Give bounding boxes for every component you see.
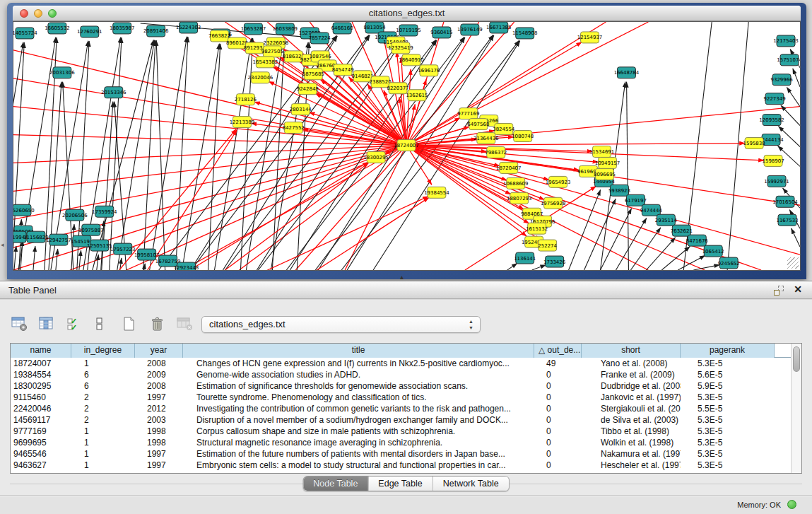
graph-node[interactable]: 252274 [538, 240, 557, 251]
graph-node[interactable]: 15751074 [777, 54, 800, 66]
graph-node[interactable]: 1595838 [743, 138, 765, 149]
graph-node[interactable]: 20153346 [101, 87, 126, 98]
column-header-in_degree[interactable]: in_degree [71, 344, 135, 358]
graph-node[interactable]: 10653287 [241, 23, 266, 35]
graph-node[interactable]: 17957223 [110, 243, 136, 255]
graph-edge[interactable] [183, 146, 406, 270]
graph-node[interactable]: 17016504 [772, 196, 798, 207]
graph-node[interactable]: 1696176 [418, 65, 440, 76]
graph-node[interactable]: 14055724 [13, 28, 37, 39]
graph-node[interactable]: 12154937 [577, 32, 603, 43]
graph-node[interactable]: 12325419 [388, 42, 413, 54]
graph-node[interactable]: 12942757 [46, 234, 71, 245]
graph-node[interactable]: 18807293 [507, 192, 532, 204]
graph-node[interactable]: 9242848 [297, 83, 319, 95]
graph-node[interactable]: 18035987 [110, 23, 135, 34]
table-scrollbar-thumb[interactable] [793, 346, 800, 372]
row-selection-button[interactable]: ✓ ✓ [66, 315, 85, 332]
graph-node[interactable]: 20891406 [143, 25, 169, 37]
table-row[interactable]: 1830029562008Estimation of significance … [11, 380, 801, 392]
table-row[interactable]: 911546021997Tourette syndrome. Phenomeno… [11, 392, 801, 403]
graph-edge[interactable] [97, 255, 99, 270]
create-table-button[interactable] [122, 315, 140, 332]
graph-node[interactable]: 1080748 [512, 131, 534, 142]
graph-node[interactable]: 6497568 [467, 119, 489, 130]
graph-edge[interactable] [630, 228, 660, 270]
table-row[interactable]: 977716911998Corpus callosum shape and si… [11, 426, 801, 437]
table-row[interactable]: 2242004622012Investigating the contribut… [11, 403, 801, 414]
panel-collapse-arrow[interactable]: ◂ [1, 241, 4, 248]
graph-edge[interactable] [182, 44, 220, 270]
graph-node[interactable]: 21364436 [473, 133, 499, 144]
close-panel-icon[interactable]: ✕ [794, 284, 802, 295]
graph-node[interactable]: 11534691 [589, 146, 615, 158]
graph-node[interactable]: 19654923 [546, 176, 571, 187]
graph-edge[interactable] [56, 249, 58, 270]
graph-node[interactable]: 1598907 [763, 155, 784, 166]
graph-node[interactable]: 12505135 [87, 240, 112, 251]
graph-node[interactable]: 20031306 [49, 67, 75, 78]
table-row[interactable]: 1456911722003Disruption of a novel membe… [11, 414, 801, 426]
graph-edge[interactable] [793, 69, 800, 87]
graph-node[interactable]: 18300295 [363, 151, 389, 163]
graph-edge[interactable] [79, 250, 81, 270]
graph-node[interactable]: 2935114 [655, 214, 678, 226]
graph-node[interactable]: 5938923 [608, 185, 630, 196]
table-row[interactable]: 969969511998Structural magnetic resonanc… [11, 437, 801, 448]
graph-node[interactable]: 8096695 [594, 168, 616, 180]
graph-node[interactable]: 1615132 [526, 223, 548, 234]
graph-node[interactable]: 10949157 [595, 157, 620, 168]
graph-node[interactable]: 7632621 [671, 225, 693, 236]
graph-node[interactable]: 9827505 [261, 46, 283, 57]
graph-node[interactable]: 7986372 [485, 146, 507, 158]
column-header-short[interactable]: short [582, 344, 681, 358]
delete-column-button[interactable] [177, 315, 195, 332]
graph-node[interactable]: 1733426 [543, 256, 565, 267]
graph-node[interactable]: 11156829 [23, 231, 49, 243]
graph-node[interactable]: 2803144 [290, 104, 312, 115]
column-header-title[interactable]: title [183, 344, 534, 358]
column-visibility-button[interactable] [39, 315, 57, 332]
graph-node[interactable]: 1136141 [514, 252, 536, 264]
graph-node[interactable]: 18640910 [399, 54, 424, 66]
graph-node[interactable]: 25260650 [13, 204, 35, 216]
graph-edge[interactable] [792, 228, 800, 247]
table-source-select[interactable]: citations_edges.txt ▲ ▼ [201, 316, 481, 333]
table-row[interactable]: 1938455462009Genome-wide association stu… [11, 369, 801, 380]
network-svg[interactable]: 1405572416605532127602911803598720891406… [13, 22, 800, 270]
graph-node[interactable]: 15992971 [764, 175, 789, 187]
graph-node[interactable]: 18720407 [496, 162, 522, 173]
graph-edge[interactable] [267, 197, 428, 270]
graph-edge[interactable] [14, 246, 16, 270]
graph-node[interactable]: 13976149 [457, 24, 483, 35]
graph-node[interactable]: 23420046 [248, 72, 273, 83]
graph-edge[interactable] [176, 37, 188, 270]
tab-node-table[interactable]: Node Table [303, 477, 367, 491]
graph-node[interactable]: 12175403 [773, 35, 799, 47]
graph-edge[interactable] [532, 265, 546, 270]
graph-edge[interactable] [778, 127, 800, 147]
table-row[interactable]: 946554611997Estimation of the future num… [11, 448, 801, 460]
graph-node[interactable]: 15224303 [176, 22, 201, 33]
column-header-out_degree[interactable]: △ out_de... [534, 344, 582, 358]
tab-network-table[interactable]: Network Table [433, 477, 509, 491]
graph-edge[interactable] [208, 44, 220, 270]
graph-edge[interactable] [787, 87, 800, 106]
table-settings-button[interactable] [11, 315, 30, 332]
delete-table-button[interactable] [149, 315, 167, 332]
graph-node[interactable]: 19756928 [541, 197, 566, 209]
float-panel-icon[interactable] [774, 286, 784, 296]
graph-node[interactable]: 2718126 [235, 94, 257, 105]
graph-node[interactable]: 8454749 [332, 64, 354, 76]
graph-node[interactable]: 12213389 [230, 117, 255, 128]
graph-edge[interactable] [156, 40, 165, 270]
graph-node[interactable]: 19384554 [424, 187, 449, 198]
graph-node[interactable]: 7857224 [309, 33, 331, 44]
network-canvas[interactable]: 1405572416605532127602911803598720891406… [13, 21, 801, 271]
graph-edge[interactable] [345, 146, 406, 270]
graph-node[interactable]: 12093582 [759, 115, 784, 126]
graph-node[interactable]: 18724007 [394, 140, 419, 151]
table-row[interactable]: 1872400712008Changes of HCN gene express… [11, 358, 801, 369]
graph-node[interactable]: 17359924 [92, 206, 117, 217]
graph-edge[interactable] [678, 255, 705, 270]
